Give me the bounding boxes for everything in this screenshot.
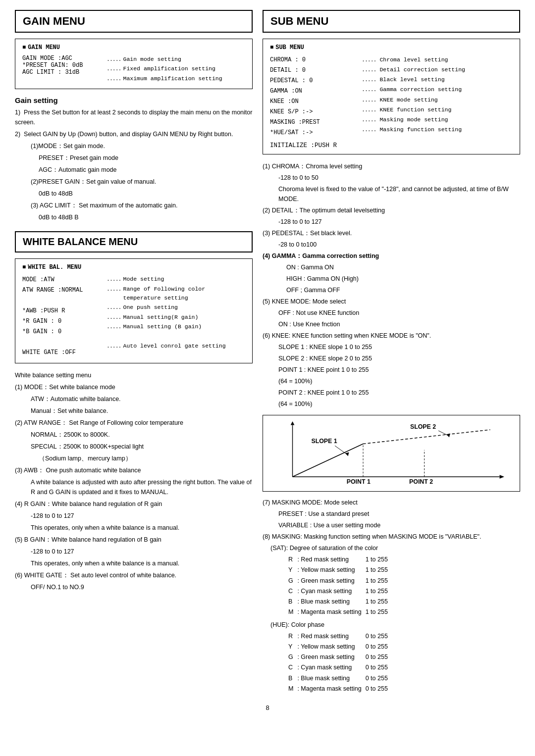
sub-desc-5: ..... KNEE mode setting [362, 95, 513, 105]
r-item-6-s1: SLOPE 1 : KNEE slope 1 0 to 255 [263, 342, 520, 352]
wb-item-2: (2) ATW RANGE： Set Range of Following co… [15, 418, 253, 428]
r-mask-item-1-s1: PRESET : Use a standard preset [263, 509, 520, 519]
sub-menu-box: SUB MENU CHROMA : 0 DETAIL : 0 PEDESTAL … [263, 39, 520, 154]
wb-line-8: WHITE GATE :OFF [22, 348, 102, 358]
gain-sub2-item: 0dB to 48dB [15, 189, 253, 199]
r-item-1-s1: -128 to 0 to 50 [263, 173, 520, 183]
svg-line-5 [363, 430, 490, 444]
r-item-1-s2: Choroma level is fixed to the value of "… [263, 184, 520, 204]
r-item-6-s5: POINT 2 : KNEE point 1 0 to 255 [263, 388, 520, 398]
gain-line-2: *PRESET GAIN: 0dB [22, 62, 102, 69]
wb-line-2: ATW RANGE :NORMAL [22, 285, 102, 296]
wb-item-6: (6) WHITE GATE： Set auto level control o… [15, 570, 253, 580]
right-column: SUB MENU SUB MENU CHROMA : 0 DETAIL : 0 … [263, 10, 520, 694]
sub-line-1: CHROMA : 0 [270, 55, 357, 65]
sat-label: (SAT): Degree of saturation of the color [263, 543, 520, 553]
hue-label: (HUE): Color phase [263, 620, 520, 630]
r-item-6: (6) KNEE: KNEE function setting when KNE… [263, 331, 520, 341]
r-item-2: (2) DETAIL：The optimum detail levelsetti… [263, 205, 520, 215]
r-item-4: (4) GAMMA：Gamma correction setting [263, 251, 520, 261]
sub-desc-6: ..... KNEE function setting [362, 105, 513, 115]
gain-sub3-item: 0dB to 48dB B [15, 212, 253, 222]
r-item-5: (5) KNEE MODE: Mode select [263, 297, 520, 306]
sub-desc-4: ..... Gamma correction setting [362, 85, 513, 95]
gain-desc-1: ..... Gain mode setting [107, 55, 245, 64]
sub-desc-2: ..... Detail correction setting [362, 65, 513, 75]
sub-line-8: *HUE/SAT :-> [270, 128, 357, 138]
svg-text:SLOPE 2: SLOPE 2 [410, 423, 436, 430]
wb-item-2-sub2: SPECIAL：2500K to 8000K+special light [15, 442, 253, 452]
svg-marker-13 [446, 434, 450, 438]
wb-menu-left: MODE :ATW ATW RANGE :NORMAL *AWB :PUSH R… [22, 275, 102, 358]
sat-table-row: Y: Yellow mask setting1 to 255 [286, 565, 390, 575]
sub-line-6: KNEE S/P :-> [270, 107, 357, 117]
sat-table: R: Red mask setting1 to 255Y: Yellow mas… [286, 554, 390, 618]
wb-desc-4: ..... Manual setting(R gain) [107, 313, 245, 322]
sub-line-5: KNEE :ON [270, 97, 357, 107]
svg-marker-10 [345, 453, 349, 456]
sub-desc-7: ..... Masking mode setting [362, 115, 513, 125]
gain-sub1-title: (1)MODE：Set gain mode. [15, 141, 253, 151]
wb-item-4-sub1: -128 to 0 to 127 [15, 511, 253, 521]
sat-table-row: G: Green mask setting1 to 255 [286, 576, 390, 586]
knee-diagram: SLOPE 1 SLOPE 2 POINT 1 POINT 2 [263, 415, 520, 492]
r-item-4-s1: ON : Gamma ON [263, 262, 520, 272]
wb-item-5-sub2: This operates, only when a white balance… [15, 558, 253, 568]
wb-item-2-sub3: （Sodium lamp、mercury lamp） [15, 454, 253, 463]
gain-step-1: 1) Press the Set button for at least 2 s… [15, 107, 253, 127]
wb-item-2-sub1: NORMAL：2500K to 8000K. [15, 430, 253, 440]
wb-item-3: (3) AWB： One push automatic white balanc… [15, 465, 253, 475]
gain-menu-box: GAIN MENU GAIN MODE :AGC *PRESET GAIN: 0… [15, 39, 253, 89]
wb-desc-1: ..... Mode setting [107, 275, 245, 284]
sub-menu-right: ..... Chroma level setting ..... Detail … [362, 55, 513, 138]
r-item-4-s3: OFF ; Gamma OFF [263, 285, 520, 295]
left-column: GAIN MENU GAIN MENU GAIN MODE :AGC *PRES… [15, 10, 253, 694]
wb-line-6: *B GAIN : 0 [22, 327, 102, 337]
r-item-4-s2: HIGH : Gamma ON (High) [263, 274, 520, 284]
hue-table-row: M: Magenta mask setting0 to 255 [286, 684, 390, 694]
r-mask-item-1-s2: VARIABLE : Use a user setting mode [263, 520, 520, 530]
sat-table-row: R: Red mask setting1 to 255 [286, 554, 390, 565]
sat-table-row: M: Magenta mask setting1 to 255 [286, 607, 390, 617]
svg-line-4 [293, 444, 364, 477]
hue-table-row: Y: Yellow mask setting0 to 255 [286, 642, 390, 652]
wb-footer: White balance setting menu [15, 370, 253, 380]
wb-line-4: *AWB :PUSH R [22, 306, 102, 316]
page-number: 8 [15, 704, 520, 711]
svg-text:POINT 1: POINT 1 [347, 478, 371, 485]
gain-menu-content: GAIN MODE :AGC *PRESET GAIN: 0dB AGC LIM… [22, 55, 245, 84]
sub-line-3: PEDESTAL : 0 [270, 76, 357, 86]
sub-menu-left: CHROMA : 0 DETAIL : 0 PEDESTAL : 0 GAMMA… [270, 55, 357, 138]
wb-item-1-sub1: ATW：Automatic whilte balance. [15, 394, 253, 404]
gain-step-2: 2) Select GAIN by Up (Down) button, and … [15, 129, 253, 139]
sat-table-row: B: Blue mask setting1 to 255 [286, 597, 390, 607]
wb-item-1-sub2: Manual：Set white balance. [15, 406, 253, 416]
r-item-5-s1: OFF : Not use KNEE function [263, 308, 520, 318]
hue-table-row: B: Blue mask setting0 to 255 [286, 673, 390, 684]
gain-agc: AGC：Automatic gain mode [15, 165, 253, 175]
r-item-3: (3) PEDESTAL：Set black level. [263, 228, 520, 238]
hue-table-row: R: Red mask setting0 to 255 [286, 631, 390, 642]
wb-line-7 [22, 337, 102, 348]
wb-line-1: MODE :ATW [22, 275, 102, 285]
gain-sub3-title: (3) AGC LIMIT： Set maximum of the automa… [15, 201, 253, 210]
gain-line-3: AGC LIMIT : 31dB [22, 69, 102, 76]
r-item-1: (1) CHROMA：Chroma level setting [263, 161, 520, 171]
wb-menu-box-title: WHITE BAL. MENU [22, 264, 245, 271]
hue-table-row: C: Cyan mask setting0 to 255 [286, 662, 390, 673]
sub-desc-8: ..... Masking function setting [362, 125, 513, 135]
wb-item-1: (1) MODE：Set white balance mode [15, 382, 253, 392]
wb-item-5: (5) B GAIN：White balance hand regulation… [15, 535, 253, 545]
r-mask-item-2: (8) MASKING: Masking function setting wh… [263, 532, 520, 542]
gain-sub2-title: (2)PRESET GAIN：Set gain value of manual. [15, 177, 253, 187]
hue-table-row: G: Green mask setting0 to 255 [286, 652, 390, 662]
wb-desc-7: ..... Auto level conrol gate setting [107, 342, 245, 351]
sub-line-4: GAMMA :ON [270, 86, 357, 97]
wb-menu-header: WHITE BALANCE MENU [15, 231, 253, 252]
sub-desc-1: ..... Chroma level setting [362, 55, 513, 65]
wb-item-3-sub1: A white balance is adjusted with auto af… [15, 477, 253, 497]
wb-item-4-sub2: This operates, only when a white balance… [15, 523, 253, 533]
r-item-6-s6: (64 = 100%) [263, 399, 520, 409]
sat-table-row: C: Cyan mask setting1 to 255 [286, 586, 390, 597]
gain-desc-3: ..... Maximum amplification setting [107, 74, 245, 83]
